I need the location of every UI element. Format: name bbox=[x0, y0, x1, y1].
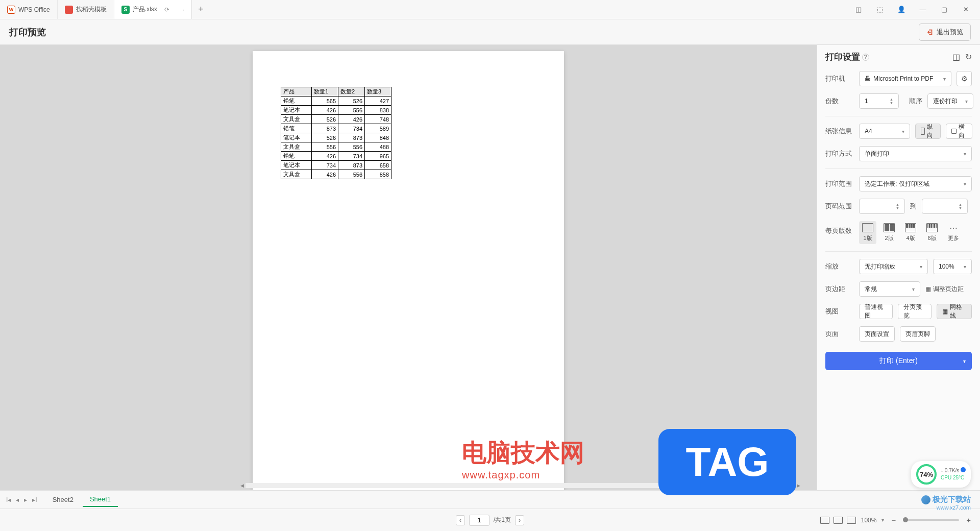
preview-area: 产品数量1数量2数量3 铅笔565526427笔记本426556838文具盒52… bbox=[0, 45, 817, 490]
printer-select[interactable]: 🖶Microsoft Print to PDF ▾ bbox=[859, 71, 951, 86]
cube-icon[interactable]: ⬚ bbox=[870, 2, 890, 17]
zoom-out-button[interactable]: − bbox=[889, 516, 898, 524]
layout-2[interactable]: 2版 bbox=[880, 221, 898, 244]
to-label: 到 bbox=[910, 202, 917, 211]
help-icon[interactable]: ? bbox=[862, 54, 869, 61]
page-to-input[interactable]: ▲▼ bbox=[922, 199, 968, 214]
table-cell: 965 bbox=[365, 152, 391, 161]
adjust-margin-button[interactable]: ▦ 调整页边距 bbox=[925, 285, 964, 294]
refresh-icon[interactable]: ↻ bbox=[965, 52, 972, 62]
sheet-prev-icon[interactable]: ◂ bbox=[15, 495, 20, 504]
tab-label: 找稻壳模板 bbox=[76, 5, 107, 14]
layout-4-icon bbox=[905, 223, 916, 232]
table-cell: 556 bbox=[312, 142, 338, 152]
maximize-button[interactable]: ▢ bbox=[934, 2, 954, 17]
print-button[interactable]: 打印 (Enter) ▾ bbox=[825, 352, 972, 370]
close-button[interactable]: ✕ bbox=[955, 2, 976, 17]
order-select[interactable]: 逐份打印 ▾ bbox=[927, 93, 973, 109]
view-normal-button[interactable]: 普通视图 bbox=[859, 304, 893, 319]
method-select[interactable]: 单面打印 ▾ bbox=[859, 146, 972, 161]
chevron-down-icon[interactable]: ▾ bbox=[881, 517, 884, 523]
watermark-badge: TAG bbox=[658, 429, 796, 495]
download-watermark: 极光下载站 www.xz7.com bbox=[921, 495, 971, 511]
sheet-tab-sheet1[interactable]: Sheet1 bbox=[83, 492, 118, 507]
refresh-icon[interactable]: ⟳ bbox=[164, 6, 169, 13]
table-row: 铅笔426734965 bbox=[281, 152, 391, 161]
view-split-button[interactable]: 分页预览 bbox=[898, 304, 932, 319]
layout-2-icon bbox=[884, 223, 895, 232]
spinner-arrows[interactable]: ▲▼ bbox=[959, 203, 962, 210]
exit-preview-button[interactable]: 退出预览 bbox=[919, 23, 971, 41]
divider bbox=[825, 168, 972, 169]
sheet-next-icon[interactable]: ▸ bbox=[23, 495, 28, 504]
range-select[interactable]: 选定工作表; 仅打印区域 ▾ bbox=[859, 176, 972, 191]
margin-select[interactable]: 常规 ▾ bbox=[859, 281, 920, 297]
docer-icon bbox=[65, 6, 73, 14]
spinner-arrows[interactable]: ▲▼ bbox=[890, 98, 893, 105]
printer-settings-button[interactable]: ⚙ bbox=[957, 71, 972, 86]
exit-icon bbox=[926, 29, 934, 36]
status-bar: ‹ /共1页 › 100% ▾ − + bbox=[0, 509, 980, 531]
view-grid-button[interactable]: ▦ 网格线 bbox=[937, 304, 972, 319]
portrait-button[interactable]: 纵向 bbox=[915, 124, 941, 139]
table-cell: 556 bbox=[338, 170, 365, 179]
layout-1[interactable]: 1版 bbox=[859, 221, 876, 244]
minimize-button[interactable]: — bbox=[913, 2, 933, 17]
scroll-left-icon[interactable]: ◀ bbox=[238, 482, 246, 489]
zoom-thumb[interactable] bbox=[903, 517, 908, 522]
layout-6[interactable]: 6版 bbox=[923, 221, 941, 244]
panel-icon[interactable]: ◫ bbox=[848, 2, 869, 17]
app-tab-file[interactable]: S 产品.xlsx ⟳ · bbox=[114, 0, 192, 19]
add-tab-button[interactable]: + bbox=[192, 4, 210, 15]
view-mode-2[interactable] bbox=[834, 517, 843, 524]
row-printer: 打印机 🖶Microsoft Print to PDF ▾ ⚙ bbox=[825, 71, 972, 86]
page-from-input[interactable]: ▲▼ bbox=[859, 199, 905, 214]
page-next-button[interactable]: › bbox=[515, 515, 524, 525]
zoom-value[interactable]: 100% bbox=[861, 517, 877, 524]
printer-icon: 🖶 bbox=[865, 75, 871, 82]
view-label: 视图 bbox=[825, 307, 854, 316]
layout-4[interactable]: 4版 bbox=[902, 221, 919, 244]
row-page: 页面 页面设置 页眉页脚 bbox=[825, 326, 972, 342]
zoom-select[interactable]: 无打印缩放 ▾ bbox=[859, 259, 928, 274]
paper-select[interactable]: A4 ▾ bbox=[859, 124, 910, 139]
landscape-button[interactable]: 横向 bbox=[946, 124, 972, 139]
view-mode-3[interactable] bbox=[847, 517, 856, 524]
header-footer-button[interactable]: 页眉页脚 bbox=[900, 326, 936, 342]
app-tab-wps[interactable]: W WPS Office bbox=[0, 0, 58, 19]
table-cell: 铅笔 bbox=[281, 124, 312, 133]
zoom-in-button[interactable]: + bbox=[964, 516, 973, 524]
table-cell: 文具盒 bbox=[281, 142, 312, 152]
sheet-tab-sheet2[interactable]: Sheet2 bbox=[45, 493, 81, 506]
table-cell: 556 bbox=[338, 106, 365, 115]
close-tab-icon[interactable]: · bbox=[183, 6, 184, 13]
zoom-slider[interactable] bbox=[903, 519, 959, 521]
table-row: 笔记本426556838 bbox=[281, 106, 391, 115]
row-view: 视图 普通视图 分页预览 ▦ 网格线 bbox=[825, 304, 972, 319]
app-tab-template[interactable]: 找稻壳模板 bbox=[58, 0, 114, 19]
sheet-last-icon[interactable]: ▸I bbox=[31, 495, 38, 504]
table-cell: 838 bbox=[365, 106, 391, 115]
page-input[interactable] bbox=[469, 515, 489, 526]
layout-icon[interactable]: ◫ bbox=[952, 52, 960, 62]
zoom-label: 缩放 bbox=[825, 262, 854, 271]
layout-more[interactable]: ⋯ 更多 bbox=[945, 221, 962, 244]
cpu-badge[interactable]: 74% ↓ 0.7K/s CPU 25°C bbox=[911, 461, 971, 488]
cpu-info: ↓ 0.7K/s CPU 25°C bbox=[941, 467, 966, 481]
sheet-first-icon[interactable]: I◂ bbox=[5, 495, 12, 504]
spinner-arrows[interactable]: ▲▼ bbox=[896, 203, 899, 210]
table-cell: 426 bbox=[312, 152, 338, 161]
copies-input[interactable]: 1 ▲▼ bbox=[859, 93, 899, 109]
tab-label: 产品.xlsx bbox=[133, 5, 157, 14]
table-cell: 734 bbox=[338, 152, 365, 161]
page-prev-button[interactable]: ‹ bbox=[456, 515, 465, 525]
page-setup-button[interactable]: 页面设置 bbox=[859, 326, 895, 342]
zoom-pct-select[interactable]: 100% ▾ bbox=[933, 259, 972, 274]
view-mode-1[interactable] bbox=[820, 517, 829, 524]
user-icon[interactable]: 👤 bbox=[891, 2, 912, 17]
table-row: 铅笔565526427 bbox=[281, 96, 391, 106]
table-cell: 556 bbox=[338, 142, 365, 152]
table-row: 文具盒526426748 bbox=[281, 115, 391, 124]
table-cell: 565 bbox=[312, 96, 338, 106]
page-label: 页面 bbox=[825, 329, 854, 339]
